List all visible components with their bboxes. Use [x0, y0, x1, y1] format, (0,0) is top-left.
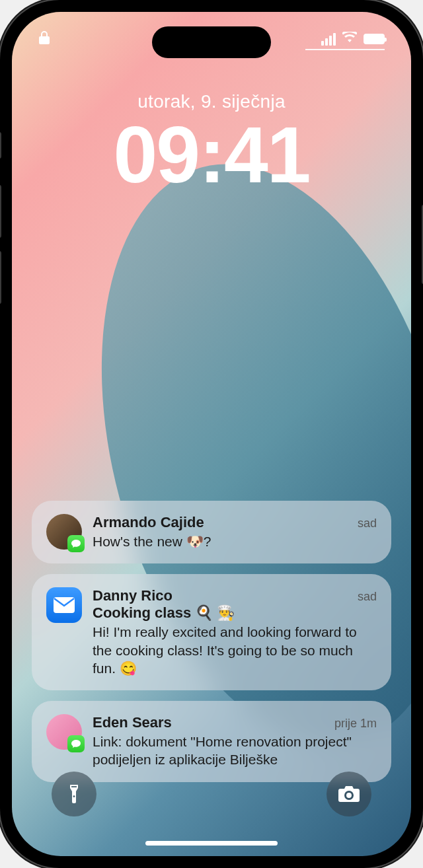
notification-body: Hi! I'm really excited and looking forwa… — [93, 623, 377, 677]
lock-screen-shortcuts — [12, 772, 411, 816]
notification-sender: Armando Cajide — [93, 514, 204, 531]
messages-icon — [71, 538, 81, 549]
notification-subject: Cooking class 🍳 👨‍🍳 — [93, 604, 377, 622]
date-label: utorak, 9. siječnja — [12, 91, 411, 112]
volume-down-button[interactable] — [0, 251, 1, 304]
messages-app-badge — [67, 535, 85, 552]
notification-time: prije 1m — [334, 717, 377, 731]
home-indicator[interactable] — [145, 841, 278, 846]
iphone-frame: utorak, 9. siječnja 09:41 Armando Cajide… — [0, 0, 423, 868]
contact-avatar — [46, 514, 82, 550]
cellular-signal-icon — [321, 33, 336, 46]
notification-body: Link: dokument "Home renovation project"… — [93, 733, 377, 769]
notification-list: Armando Cajide sad How's the new 🐶? Dann… — [32, 501, 391, 782]
datetime-block: utorak, 9. siječnja 09:41 — [12, 91, 411, 194]
flashlight-button[interactable] — [52, 772, 96, 816]
notification-content: Danny Rico sad Cooking class 🍳 👨‍🍳 Hi! I… — [93, 587, 377, 677]
notification-sender: Eden Sears — [93, 714, 172, 731]
notification-content: Armando Cajide sad How's the new 🐶? — [93, 514, 377, 550]
notification-content: Eden Sears prije 1m Link: dokument "Home… — [93, 714, 377, 769]
mail-app-icon — [46, 587, 82, 623]
wifi-icon — [342, 32, 357, 46]
notification-sender: Danny Rico — [93, 587, 173, 604]
lock-screen: utorak, 9. siječnja 09:41 Armando Cajide… — [12, 12, 411, 856]
notification-item[interactable]: Danny Rico sad Cooking class 🍳 👨‍🍳 Hi! I… — [32, 574, 391, 690]
mail-icon — [53, 597, 75, 614]
battery-icon — [364, 34, 385, 44]
dynamic-island[interactable] — [152, 26, 271, 58]
volume-up-button[interactable] — [0, 185, 1, 238]
notification-time: sad — [358, 517, 377, 530]
messages-icon — [71, 739, 81, 749]
messages-app-badge — [67, 735, 85, 752]
notification-time: sad — [358, 590, 377, 604]
status-underline — [305, 49, 385, 50]
camera-button[interactable] — [327, 772, 371, 816]
contact-avatar — [46, 714, 82, 750]
mute-switch[interactable] — [0, 132, 1, 159]
lock-icon — [38, 30, 50, 48]
flashlight-icon — [65, 783, 83, 805]
notification-body: How's the new 🐶? — [93, 532, 377, 550]
notification-item[interactable]: Armando Cajide sad How's the new 🐶? — [32, 501, 391, 563]
notification-item[interactable]: Eden Sears prije 1m Link: dokument "Home… — [32, 701, 391, 782]
camera-icon — [338, 785, 360, 803]
time-label: 09:41 — [12, 115, 411, 194]
